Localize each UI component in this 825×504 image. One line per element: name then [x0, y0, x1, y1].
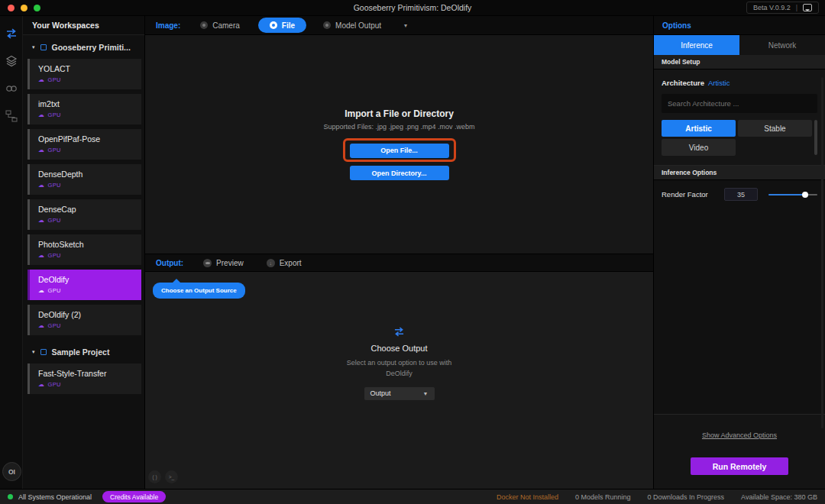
- systems-operational-label: All Systems Operational: [18, 493, 92, 501]
- tab-camera[interactable]: Camera: [200, 21, 240, 30]
- options-tabs: Inference Network: [654, 35, 825, 55]
- workspace-group-sample-project[interactable]: ▾ Sample Project: [23, 340, 144, 363]
- run-remotely-button[interactable]: Run Remotely: [691, 457, 788, 475]
- cloud-icon: ☁: [38, 77, 44, 83]
- workspace-name: im2txt: [38, 99, 141, 108]
- tab-preview[interactable]: Preview: [203, 259, 244, 267]
- workspace-group-label: Gooseberry Primiti...: [52, 43, 131, 52]
- output-select-dropdown[interactable]: Output ▼: [364, 387, 435, 400]
- output-source-tooltip[interactable]: Choose an Output Source: [153, 283, 245, 299]
- slider-thumb[interactable]: [802, 192, 808, 198]
- workspace-item-densedepth[interactable]: DenseDepth ☁GPU: [28, 164, 141, 195]
- transfer-arrows-icon[interactable]: [5, 27, 18, 40]
- link-icon[interactable]: [5, 82, 18, 95]
- workspace-item-deoldify-2[interactable]: DeOldify (2) ☁GPU: [28, 305, 141, 335]
- gpu-tag: GPU: [47, 381, 60, 388]
- window-title: Gooseberry Primitivism: DeOldify: [0, 3, 825, 12]
- cloud-icon: ☁: [38, 112, 44, 118]
- feedback-chat-icon[interactable]: [803, 4, 812, 11]
- status-green-dot-icon: [8, 494, 13, 499]
- camera-icon: [200, 21, 208, 29]
- available-space-label: Available Space: 380 GB: [741, 493, 817, 501]
- version-group: Beta V.0.9.2 |: [746, 2, 819, 14]
- preview-eye-icon: [203, 259, 212, 267]
- icon-rail: OI: [0, 16, 23, 489]
- tab-inference[interactable]: Inference: [654, 35, 739, 55]
- tab-model-output[interactable]: Model Output: [323, 21, 381, 30]
- credits-available-badge[interactable]: Credits Available: [102, 491, 166, 502]
- arch-option-artistic[interactable]: Artistic: [662, 120, 736, 137]
- options-header: Options: [654, 16, 825, 35]
- cloud-icon: ☁: [38, 288, 44, 294]
- cloud-icon: ☁: [38, 218, 44, 224]
- workspace-name: PhotoSketch: [38, 240, 141, 249]
- architecture-scrollbar[interactable]: [814, 120, 817, 155]
- file-record-icon: [270, 21, 277, 29]
- downloads-label: 0 Downloads In Progress: [648, 493, 725, 501]
- gpu-tag: GPU: [47, 252, 60, 259]
- open-file-button[interactable]: Open File...: [350, 144, 449, 158]
- slider-filled-track: [768, 194, 805, 196]
- workspace-item-yolact[interactable]: YOLACT ☁GPU: [28, 59, 141, 89]
- output-area: Choose an Output Source Choose Output Se…: [145, 272, 653, 489]
- show-advanced-options-link[interactable]: Show Advanced Options: [702, 431, 777, 439]
- layers-icon[interactable]: [5, 54, 18, 67]
- workspace-item-openpifpaf[interactable]: OpenPifPaf-Pose ☁GPU: [28, 129, 141, 160]
- gpu-tag: GPU: [47, 217, 60, 224]
- export-arrow-icon: ↓: [267, 259, 275, 267]
- options-scrollbar[interactable]: [821, 77, 823, 428]
- workspace-group-gooseberry[interactable]: ▾ Gooseberry Primiti...: [23, 35, 144, 59]
- architecture-options: Artistic Stable Video: [662, 120, 817, 156]
- oi-logo-button[interactable]: OI: [2, 462, 21, 481]
- import-supported-files: Supported Files: .jpg .jpeg .png .mp4 .m…: [323, 123, 474, 131]
- architecture-label-row: ArchitectureArtistic: [662, 79, 817, 87]
- app-window: Gooseberry Primitivism: DeOldify Beta V.…: [0, 0, 825, 504]
- gpu-tag: GPU: [47, 76, 60, 83]
- tab-file-active[interactable]: File: [258, 18, 306, 33]
- status-right-group: Docker Not Installed 0 Models Running 0 …: [497, 493, 817, 501]
- workspace-item-im2txt[interactable]: im2txt ☁GPU: [28, 94, 141, 124]
- render-factor-row: Render Factor: [654, 180, 825, 210]
- terminal-icon[interactable]: >_: [165, 470, 178, 483]
- status-bar: All Systems Operational Credits Availabl…: [0, 489, 825, 504]
- gpu-tag: GPU: [47, 287, 60, 294]
- collapse-caret-icon[interactable]: ▾: [32, 349, 35, 355]
- workspace-item-deoldify-selected[interactable]: DeOldify ☁GPU: [28, 270, 141, 300]
- choose-output-title: Choose Output: [371, 344, 428, 353]
- architecture-value: Artistic: [708, 79, 730, 87]
- workspaces-sidebar: Your Workspaces ▾ Gooseberry Primiti... …: [23, 16, 145, 489]
- options-panel: Options Inference Network Model Setup Ar…: [653, 16, 825, 489]
- collapse-caret-icon[interactable]: ▾: [32, 44, 35, 50]
- code-icon[interactable]: ( ): [148, 470, 161, 483]
- titlebar: Gooseberry Primitivism: DeOldify Beta V.…: [0, 0, 825, 16]
- workspace-name: Fast-Style-Transfer: [38, 369, 141, 378]
- render-factor-input[interactable]: [724, 188, 758, 201]
- arch-option-video[interactable]: Video: [662, 139, 736, 156]
- gpu-tag: GPU: [47, 111, 60, 118]
- main-panel: Image: Camera File Model Output ▾ Import…: [145, 16, 653, 489]
- tab-export[interactable]: ↓ Export: [267, 259, 302, 267]
- render-factor-slider[interactable]: [768, 191, 817, 199]
- search-architecture-input[interactable]: [662, 94, 817, 113]
- gpu-tag: GPU: [47, 182, 60, 189]
- open-directory-button[interactable]: Open Directory...: [350, 166, 449, 180]
- output-bar: Output: Preview ↓ Export: [145, 254, 653, 272]
- workspace-item-densecap[interactable]: DenseCap ☁GPU: [28, 199, 141, 230]
- tab-file-label: File: [282, 21, 295, 30]
- architecture-label: Architecture: [662, 79, 704, 87]
- arch-option-stable[interactable]: Stable: [738, 120, 812, 137]
- workspace-item-fast-style-transfer[interactable]: Fast-Style-Transfer ☁GPU: [28, 363, 141, 394]
- workspace-name: DenseDepth: [38, 170, 141, 179]
- cloud-icon: ☁: [38, 183, 44, 189]
- render-factor-label: Render Factor: [662, 190, 724, 199]
- transfer-arrows-icon: [393, 327, 405, 337]
- workspace-item-photosketch[interactable]: PhotoSketch ☁GPU: [28, 234, 141, 265]
- network-flow-icon[interactable]: [5, 109, 18, 122]
- sidebar-scroll[interactable]: ▾ Gooseberry Primiti... YOLACT ☁GPU im2t…: [23, 35, 144, 489]
- image-source-dropdown-caret-icon[interactable]: ▾: [404, 22, 407, 29]
- cloud-icon: ☁: [38, 253, 44, 259]
- model-setup-section-header: Model Setup: [654, 55, 825, 69]
- tab-network[interactable]: Network: [739, 35, 825, 55]
- options-bottom-section: Show Advanced Options Run Remotely: [654, 414, 825, 489]
- workspace-name: YOLACT: [38, 64, 141, 73]
